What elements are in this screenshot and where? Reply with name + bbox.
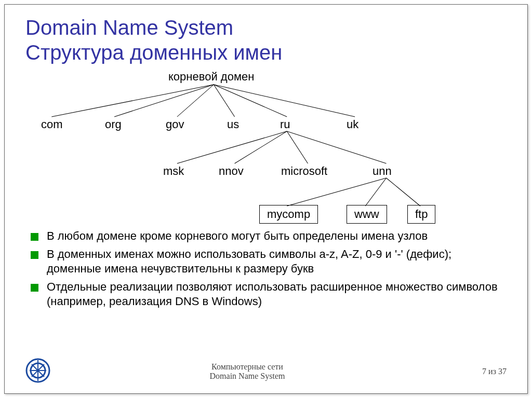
tree-root: корневой домен bbox=[168, 70, 254, 84]
bullet-item: Отдельные реализации позволяют использов… bbox=[31, 280, 507, 309]
dom-microsoft: microsoft bbox=[281, 164, 327, 178]
bullet-item: В любом домене кроме корневого могут быт… bbox=[31, 229, 507, 244]
svg-line-5 bbox=[214, 85, 355, 117]
tld-org: org bbox=[105, 118, 122, 131]
host-www: www bbox=[347, 205, 387, 224]
bullet-item: В доменных именах можно использовать сим… bbox=[31, 247, 507, 277]
dns-tree-diagram: корневой домен com org gov us ru uk msk … bbox=[25, 70, 507, 226]
svg-line-9 bbox=[287, 131, 386, 163]
svg-line-6 bbox=[177, 131, 287, 163]
bullet-text: Отдельные реализации позволяют использов… bbox=[47, 280, 507, 309]
bullet-list: В любом домене кроме корневого могут быт… bbox=[25, 229, 507, 312]
bullet-text: В любом домене кроме корневого могут быт… bbox=[47, 229, 428, 244]
bullet-square-icon bbox=[31, 233, 38, 241]
slide-title: Domain Name System Структура доменных им… bbox=[25, 15, 507, 65]
page-number: 7 из 37 bbox=[444, 367, 507, 376]
dom-msk: msk bbox=[163, 164, 184, 178]
svg-line-1 bbox=[114, 85, 214, 117]
slide: Domain Name System Структура доменных им… bbox=[4, 4, 528, 394]
svg-line-4 bbox=[214, 85, 287, 117]
logo-icon bbox=[25, 358, 50, 385]
svg-line-2 bbox=[177, 85, 214, 117]
bullet-square-icon bbox=[31, 284, 38, 292]
tld-uk: uk bbox=[347, 118, 358, 131]
tld-com: com bbox=[41, 118, 63, 131]
svg-line-0 bbox=[51, 85, 214, 117]
footer-line-1: Компьютерные сети bbox=[211, 362, 283, 371]
svg-line-12 bbox=[387, 178, 420, 206]
svg-line-7 bbox=[235, 131, 287, 163]
host-mycomp: mycomp bbox=[259, 205, 318, 224]
footer-text: Компьютерные сети Domain Name System bbox=[50, 362, 444, 381]
title-line-1: Domain Name System bbox=[25, 16, 233, 39]
footer-line-2: Domain Name System bbox=[210, 372, 285, 380]
dom-unn: unn bbox=[373, 164, 392, 178]
tld-ru: ru bbox=[280, 118, 290, 131]
host-ftp: ftp bbox=[407, 205, 435, 224]
title-line-2: Структура доменных имен bbox=[25, 41, 282, 64]
dom-nnov: nnov bbox=[219, 164, 244, 178]
bullet-text: В доменных именах можно использовать сим… bbox=[47, 247, 507, 277]
bullet-square-icon bbox=[31, 251, 38, 259]
tld-gov: gov bbox=[166, 118, 184, 131]
svg-line-8 bbox=[287, 131, 308, 163]
svg-line-10 bbox=[287, 178, 386, 206]
footer: Компьютерные сети Domain Name System 7 и… bbox=[25, 358, 507, 385]
svg-line-11 bbox=[365, 178, 386, 206]
tld-us: us bbox=[227, 118, 239, 131]
tree-connectors bbox=[25, 70, 507, 226]
